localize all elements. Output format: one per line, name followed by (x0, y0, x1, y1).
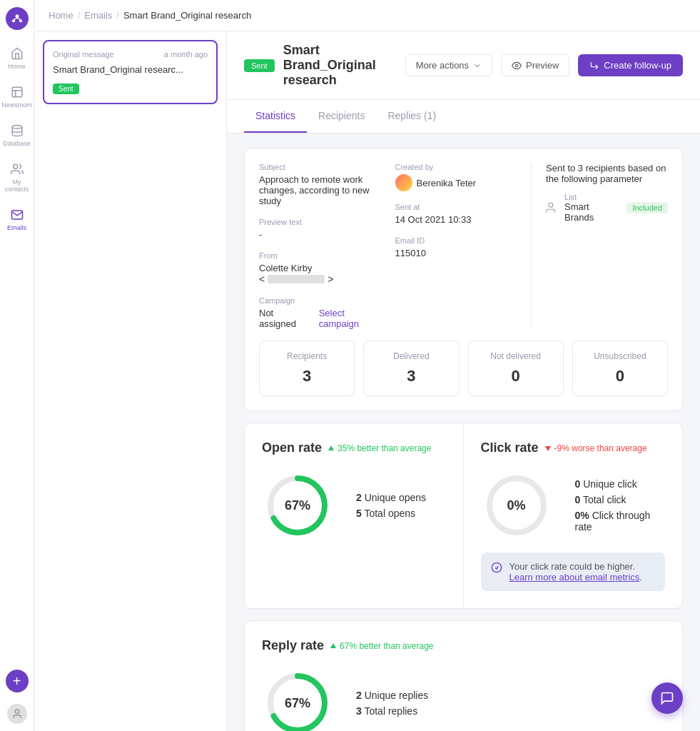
open-rate-stats: 2 Unique opens 5 Total opens (356, 492, 426, 519)
chevron-down-icon (473, 61, 482, 70)
sidebar-item-newsroom[interactable]: Newsmom (1, 80, 33, 113)
campaign-label: Campaign (259, 296, 384, 305)
right-panel: Sent Smart Brand_Original research More … (227, 31, 700, 731)
unique-click-row: 0 Unique click (575, 478, 666, 490)
created-by-label: Created by (395, 163, 520, 171)
included-badge: Included (627, 202, 668, 213)
add-button[interactable]: + (6, 670, 29, 692)
up-arrow-icon (328, 445, 335, 452)
stat-delivered: Delivered 3 (363, 341, 459, 396)
sent-badge: Sent (53, 84, 79, 94)
info-card: Subject Approach to remote work changes,… (244, 148, 683, 411)
email-card-time: a month ago (164, 50, 208, 59)
stat-delivered-label: Delivered (375, 351, 447, 361)
contacts-icon (9, 161, 25, 177)
more-actions-button[interactable]: More actions (405, 54, 492, 76)
svg-point-19 (492, 563, 501, 572)
stat-unsubscribed: Unsubscribed 0 (572, 341, 668, 396)
breadcrumb-home[interactable]: Home (49, 10, 73, 21)
svg-point-9 (13, 164, 17, 168)
email-id-label: Email ID (395, 236, 520, 245)
select-campaign-link[interactable]: Select campaign (319, 308, 384, 329)
click-rate-stats: 0 Unique click 0 Total click 0% Click t (575, 478, 666, 533)
click-rate-badge: -9% worse than average (544, 443, 647, 453)
click-tip: Your click rate could be higher. Learn m… (481, 553, 666, 591)
stat-not-delivered-label: Not delivered (480, 351, 552, 361)
arrow-icon (589, 61, 599, 71)
sidebar-item-home[interactable]: Home (1, 41, 33, 74)
open-rate-percent: 67% (285, 498, 310, 513)
tabs: Statistics Recipients Replies (1) (227, 100, 700, 133)
sidebar-item-database[interactable]: Database (1, 119, 33, 151)
svg-marker-20 (330, 643, 336, 648)
stat-not-delivered: Not delivered 0 (468, 341, 564, 396)
open-rate-col: Open rate 35% better than average (245, 423, 464, 608)
total-opens-row: 5 Total opens (356, 508, 426, 519)
sidebar-item-emails[interactable]: Emails (1, 203, 33, 236)
preview-button[interactable]: Preview (501, 54, 569, 76)
info-middle-col: Created by Berenika Teter Sent at 14 Oct… (395, 163, 520, 329)
svg-marker-13 (328, 445, 334, 450)
preview-text-value: - (259, 229, 384, 240)
tab-recipients[interactable]: Recipients (307, 100, 376, 133)
ctr-row: 0% Click through rate (575, 510, 666, 533)
unique-replies-row: 2 Unique replies (356, 690, 428, 701)
down-arrow-icon (544, 445, 552, 452)
from-email-row: < > (259, 273, 384, 285)
email-blur (268, 275, 325, 283)
eye-icon (512, 61, 522, 71)
list-info: List Smart Brands Included (546, 193, 668, 223)
email-card-label: Original message (53, 50, 114, 59)
chat-icon (660, 691, 674, 705)
reply-rate-stats: 2 Unique replies 3 Total replies (356, 690, 428, 717)
sent-info-text: Sent to 3 recipients based on the follow… (546, 163, 668, 184)
breadcrumb-emails[interactable]: Emails (84, 10, 112, 21)
learn-more-link[interactable]: Learn more about email metrics (509, 572, 640, 583)
subject-label: Subject (259, 163, 384, 171)
reply-rate-badge: 67% better than average (330, 641, 433, 651)
list-icon (546, 201, 559, 214)
up-arrow-icon-reply (330, 642, 337, 650)
email-card-name: Smart Brand_Original researc... (53, 64, 208, 75)
preview-text-label: Preview text (259, 218, 384, 226)
sidebar: Home Newsmom Database My contacts (0, 0, 34, 731)
create-followup-button[interactable]: Create follow-up (578, 54, 683, 76)
left-panel: Original message a month ago Smart Brand… (34, 31, 227, 731)
breadcrumb: Home / Emails / Smart Brand_Original res… (34, 0, 700, 31)
svg-line-4 (17, 18, 21, 20)
reply-rate-percent: 67% (285, 696, 310, 711)
open-rate-donut: 67% (262, 470, 333, 541)
total-click-row: 0 Total click (575, 494, 666, 505)
total-replies-row: 3 Total replies (356, 705, 428, 717)
click-rate-percent: 0% (507, 498, 525, 513)
creator-avatar (395, 174, 412, 191)
tab-statistics[interactable]: Statistics (244, 100, 307, 133)
sent-at-label: Sent at (395, 203, 520, 211)
email-card-header: Original message a month ago (53, 50, 208, 59)
user-avatar[interactable] (7, 704, 27, 724)
reply-rate-body: 67% 2 Unique replies 3 Total replies (262, 667, 665, 731)
click-rate-body: 0% 0 Unique click 0 Total click (481, 470, 666, 541)
tip-icon (491, 562, 502, 573)
from-name: Colette Kirby (259, 263, 384, 273)
reply-rate-title: Reply rate (262, 638, 324, 653)
email-id-value: 115010 (395, 248, 520, 258)
svg-point-10 (15, 710, 19, 713)
reply-rate-section: Reply rate 67% better than average (244, 620, 683, 731)
sidebar-item-my-contacts[interactable]: My contacts (1, 157, 33, 197)
from-label: From (259, 251, 384, 260)
reply-rate-donut: 67% (262, 667, 333, 731)
svg-point-12 (549, 203, 553, 207)
svg-point-11 (515, 64, 518, 67)
email-status-badge: Sent (244, 59, 275, 72)
tab-replies[interactable]: Replies (1) (376, 100, 447, 133)
subject-value: Approach to remote work changes, accordi… (259, 174, 384, 206)
email-card[interactable]: Original message a month ago Smart Brand… (43, 40, 218, 104)
chat-button[interactable] (651, 682, 683, 714)
info-left-col: Subject Approach to remote work changes,… (259, 163, 384, 329)
app-logo[interactable] (6, 7, 29, 30)
svg-rect-5 (12, 87, 22, 97)
open-rate-badge: 35% better than average (328, 443, 431, 453)
stat-recipients-label: Recipients (271, 351, 343, 361)
stat-recipients: Recipients 3 (259, 341, 355, 396)
